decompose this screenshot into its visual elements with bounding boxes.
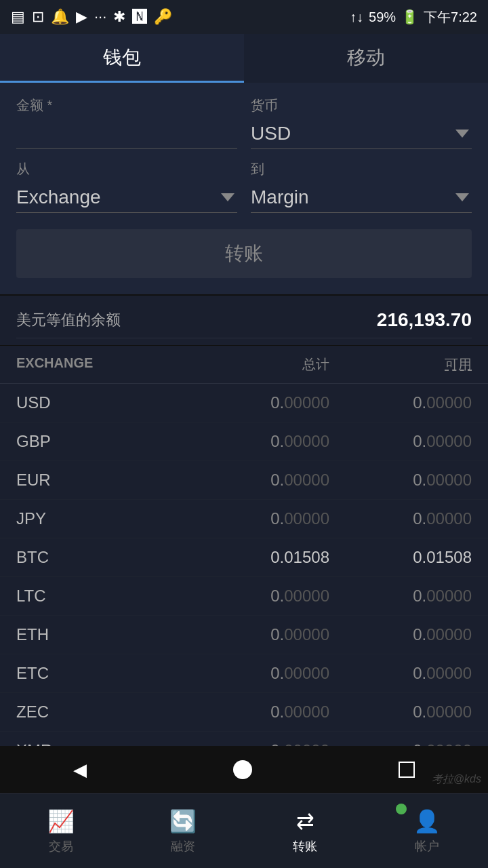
row-currency: ZEC xyxy=(16,703,187,722)
finance-label: 融资 xyxy=(171,838,195,854)
row-currency: EUR xyxy=(16,471,187,490)
trading-icon: 📈 xyxy=(47,808,75,834)
home-button[interactable] xyxy=(233,760,252,779)
row-total-text: 0. xyxy=(270,664,284,682)
row-available: 0.00000 xyxy=(329,509,472,528)
currency-select[interactable]: USD xyxy=(251,119,472,149)
section-label: EXCHANGE xyxy=(16,355,187,374)
row-avail-decimal: 00000 xyxy=(426,432,472,450)
row-available: 0.01508 xyxy=(329,548,472,567)
row-avail-decimal: 00000 xyxy=(426,587,472,605)
row-total-decimal: 00000 xyxy=(284,471,329,489)
from-value: Exchange xyxy=(16,186,101,208)
table-row: JPY 0.00000 0.00000 xyxy=(0,500,488,538)
row-currency: GBP xyxy=(16,432,187,451)
nav-transfer[interactable]: ⇄ 转账 xyxy=(244,794,366,868)
account-label: 帐户 xyxy=(415,838,439,854)
row-total-text: 0. xyxy=(270,625,284,644)
row-avail-decimal: 00000 xyxy=(426,664,472,682)
table-row: LTC 0.00000 0.00000 xyxy=(0,577,488,616)
row-total: 0.00000 xyxy=(187,393,329,412)
transfer-icon: ⇄ xyxy=(296,808,314,834)
row-total-text: 0. xyxy=(270,587,284,605)
row-available: 0.00000 xyxy=(329,471,472,490)
row-avail-decimal: 00000 xyxy=(426,703,472,721)
row-avail-text: 0. xyxy=(413,625,426,644)
table-row: ETH 0.00000 0.00000 xyxy=(0,616,488,654)
top-tab-bar: 钱包 移动 xyxy=(0,34,488,83)
row-available: 0.00000 xyxy=(329,703,472,722)
tab-move[interactable]: 移动 xyxy=(244,34,488,83)
to-select[interactable]: Margin xyxy=(251,182,472,213)
row-total-text: 0. xyxy=(270,393,284,412)
from-dropdown-arrow xyxy=(221,193,235,201)
status-icon-key: 🔑 xyxy=(154,8,172,26)
row-avail-text: 0. xyxy=(413,703,426,721)
row-avail-decimal: 00000 xyxy=(426,509,472,528)
row-available: 0.00000 xyxy=(329,625,472,644)
nav-trading[interactable]: 📈 交易 xyxy=(0,794,122,868)
status-bar: ▤ ⊡ 🔔 ▶ ··· ✱ 🅽 🔑 ↑↓ 59% 🔋 下午7:22 xyxy=(0,0,488,34)
row-total: 0.01508 xyxy=(187,548,329,567)
col-available-header: 可用 xyxy=(329,355,472,374)
status-right: ↑↓ 59% 🔋 下午7:22 xyxy=(350,8,477,26)
transfer-form: 金额 * 货币 USD 从 Exchange xyxy=(0,83,488,296)
status-icon-nfc: 🅽 xyxy=(132,8,147,26)
row-total-highlight: 0.01508 xyxy=(270,548,329,566)
row-currency: USD xyxy=(16,393,187,412)
status-icon-2: ⊡ xyxy=(32,8,44,26)
currency-label: 货币 xyxy=(251,96,472,115)
from-label: 从 xyxy=(16,160,237,178)
row-avail-highlight: 0.01508 xyxy=(413,548,472,566)
row-total-text: 0. xyxy=(270,471,284,489)
table-row: GBP 0.00000 0.00000 xyxy=(0,422,488,461)
row-avail-text: 0. xyxy=(413,509,426,528)
row-total: 0.00000 xyxy=(187,471,329,490)
nav-finance[interactable]: 🔄 融资 xyxy=(122,794,244,868)
row-avail-text: 0. xyxy=(413,664,426,682)
row-available: 0.00000 xyxy=(329,587,472,606)
amount-input[interactable] xyxy=(16,119,237,149)
row-total: 0.00000 xyxy=(187,625,329,644)
transfer-button[interactable]: 转账 xyxy=(16,229,472,278)
row-avail-text: 0. xyxy=(413,432,426,450)
row-total-decimal: 00000 xyxy=(284,703,329,721)
row-total: 0.00000 xyxy=(187,703,329,722)
system-nav-bar: ◀ 考拉@kds xyxy=(0,746,488,793)
tab-wallet[interactable]: 钱包 xyxy=(0,34,244,83)
row-currency: JPY xyxy=(16,509,187,528)
row-available: 0.00000 xyxy=(329,393,472,412)
table-row: USD 0.00000 0.00000 xyxy=(0,384,488,422)
table-header: EXCHANGE 总计 可用 xyxy=(0,346,488,384)
signal-icon: ↑↓ xyxy=(350,9,363,25)
row-avail-decimal: 00000 xyxy=(426,471,472,489)
from-select[interactable]: Exchange xyxy=(16,182,237,213)
status-left: ▤ ⊡ 🔔 ▶ ··· ✱ 🅽 🔑 xyxy=(11,8,172,26)
table-row: ZEC 0.00000 0.00000 xyxy=(0,693,488,732)
row-avail-text: 0. xyxy=(413,393,426,412)
row-total: 0.00000 xyxy=(187,587,329,606)
col-total-header: 总计 xyxy=(187,355,329,374)
recents-button[interactable] xyxy=(399,762,415,778)
row-total: 0.00000 xyxy=(187,432,329,451)
row-total: 0.00000 xyxy=(187,664,329,683)
watermark: 考拉@kds xyxy=(432,772,481,787)
row-avail-text: 0. xyxy=(413,471,426,489)
row-total-text: 0. xyxy=(270,509,284,528)
account-icon: 👤 xyxy=(413,808,441,834)
back-button[interactable]: ◀ xyxy=(73,760,87,781)
battery-percent: 59% xyxy=(369,9,396,25)
row-total-text: 0. xyxy=(270,432,284,450)
bottom-nav: 📈 交易 🔄 融资 ⇄ 转账 👤 帐户 xyxy=(0,793,488,868)
nav-account[interactable]: 👤 帐户 xyxy=(366,794,488,868)
currency-value: USD xyxy=(251,123,291,144)
row-available: 0.00000 xyxy=(329,664,472,683)
status-icon-bell: 🔔 xyxy=(51,8,69,26)
row-avail-text: 0. xyxy=(413,587,426,605)
row-currency: BTC xyxy=(16,548,187,567)
currency-group: 货币 USD xyxy=(251,96,472,149)
row-total-decimal: 00000 xyxy=(284,625,329,644)
amount-label: 金额 * xyxy=(16,96,237,115)
time-display: 下午7:22 xyxy=(424,8,477,26)
to-group: 到 Margin xyxy=(251,160,472,213)
